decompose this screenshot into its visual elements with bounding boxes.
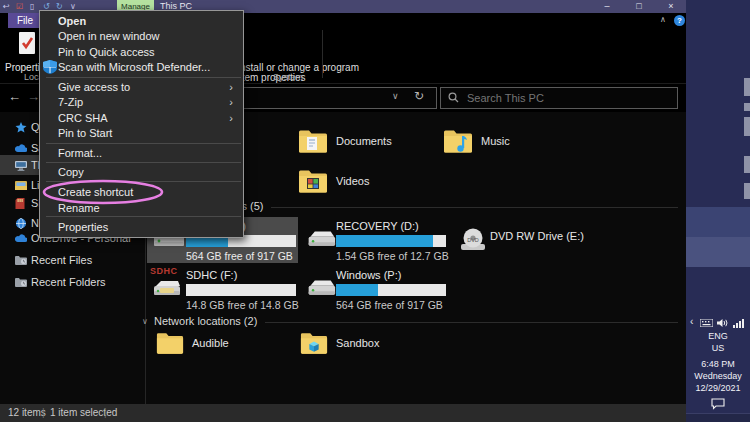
taskbar: ‹ ENG US 6:48 PM Wednesday 12/29/2021 — [686, 0, 750, 422]
folder-label: Sandbox — [336, 337, 379, 349]
volume-icon[interactable] — [717, 318, 728, 328]
drive-name[interactable]: DVD RW Drive (E:) — [490, 230, 584, 242]
sidebar-item-recent-files[interactable]: Recent Files — [0, 250, 145, 270]
qat-explorer-icon[interactable]: ↩ — [3, 1, 10, 12]
action-center-icon[interactable] — [711, 398, 725, 410]
tray-language[interactable]: ENG — [686, 331, 750, 341]
menu-item-properties[interactable]: Properties — [40, 220, 243, 234]
context-menu: Open Open in new window Pin to Quick acc… — [39, 10, 244, 238]
submenu-chevron-icon: › — [229, 80, 233, 94]
onedrive-cloud-icon — [15, 234, 27, 243]
menu-separator — [46, 143, 241, 144]
collapse-ribbon-icon[interactable]: ∧ — [660, 15, 666, 24]
system-group-label: System — [248, 72, 328, 82]
ribbon-group-separator — [322, 30, 323, 78]
status-divider: | — [104, 404, 107, 422]
drive-free-space: 14.8 GB free of 14.8 GB — [186, 299, 299, 311]
clock-time[interactable]: 6:48 PM — [686, 359, 750, 369]
collapse-group-icon[interactable]: ∨ — [142, 317, 154, 326]
qat-new-folder-icon[interactable]: ▯ — [30, 1, 34, 12]
running-indicator — [744, 117, 750, 136]
menu-item-rename[interactable]: Rename — [40, 201, 243, 215]
menu-item-label: Scan with Microsoft Defender... — [58, 61, 210, 73]
network-icon — [15, 218, 27, 229]
sidebar-item-label: Recent Folders — [31, 276, 106, 288]
menu-item-scan-defender[interactable]: Scan with Microsoft Defender... — [40, 60, 243, 74]
show-desktop-button[interactable] — [686, 413, 750, 422]
menu-item-open[interactable]: Open — [40, 14, 243, 28]
running-indicator — [744, 78, 750, 96]
menu-item-format[interactable]: Format... — [40, 146, 243, 160]
capacity-bar — [336, 284, 446, 296]
maximize-button[interactable]: □ — [628, 0, 650, 13]
menu-separator — [46, 162, 241, 163]
menu-item-open-new-window[interactable]: Open in new window — [40, 29, 243, 43]
submenu-chevron-icon: › — [229, 111, 233, 125]
running-indicator — [744, 156, 750, 173]
menu-item-pin-to-start[interactable]: Pin to Start — [40, 126, 243, 140]
sidebar-item-label: Recent Files — [31, 254, 92, 266]
folder-item-music[interactable]: Music — [443, 128, 510, 154]
menu-item-give-access[interactable]: Give access to› — [40, 80, 243, 94]
clock-weekday[interactable]: Wednesday — [686, 371, 750, 381]
address-dropdown-icon[interactable]: ∨ — [392, 91, 399, 101]
drive-name[interactable]: RECOVERY (D:) — [336, 220, 419, 232]
monitor-icon — [15, 160, 27, 171]
minimize-button[interactable]: – — [596, 0, 618, 13]
menu-item-pin-quick-access[interactable]: Pin to Quick access — [40, 45, 243, 59]
svg-text:DVD: DVD — [467, 237, 479, 243]
hard-drive-icon — [306, 228, 336, 251]
network-group-header: ∨ Network locations (2) — [142, 315, 678, 327]
refresh-icon[interactable]: ↻ — [414, 89, 424, 103]
search-box[interactable] — [440, 87, 678, 109]
clock-date[interactable]: 12/29/2021 — [686, 383, 750, 393]
menu-separator — [46, 181, 241, 182]
network-item-sandbox[interactable]: Sandbox — [300, 330, 379, 356]
menu-item-copy[interactable]: Copy — [40, 165, 243, 179]
group-header-label: Network locations (2) — [154, 315, 257, 327]
items-count: 12 items — [8, 404, 46, 422]
drive-free-space: 564 GB free of 917 GB — [186, 250, 293, 262]
defender-shield-icon — [43, 60, 57, 74]
taskbar-explorer-tile[interactable] — [686, 237, 750, 267]
sandbox-folder-icon — [300, 330, 328, 356]
back-icon[interactable]: ← — [8, 89, 21, 104]
folder-item-videos[interactable]: Videos — [298, 168, 369, 194]
drive-name[interactable]: SDHC (F:) — [186, 269, 237, 281]
menu-separator — [46, 216, 241, 217]
libraries-icon — [15, 180, 27, 190]
close-button[interactable]: × — [660, 0, 682, 13]
menu-item-label: Give access to — [58, 81, 130, 93]
tray-hidden-icons-chevron[interactable]: ‹ — [690, 316, 693, 327]
sidebar-item-recent-folders[interactable]: Recent Folders — [0, 272, 145, 292]
drive-free-space: 1.54 GB free of 12.7 GB — [336, 250, 449, 262]
search-input[interactable] — [465, 88, 669, 108]
menu-item-7zip[interactable]: 7-Zip› — [40, 95, 243, 109]
file-menu-button[interactable]: File — [8, 13, 42, 28]
videos-folder-icon — [298, 168, 328, 194]
sd-card-drive-icon — [152, 278, 182, 302]
recent-files-icon — [15, 255, 27, 265]
menu-item-create-shortcut[interactable]: Create shortcut — [40, 185, 243, 199]
documents-folder-icon — [298, 128, 328, 154]
group-header-rule — [271, 207, 678, 208]
capacity-bar — [186, 284, 296, 296]
submenu-chevron-icon: › — [229, 95, 233, 109]
taskbar-mail-tile[interactable] — [686, 207, 750, 237]
qat-properties-icon[interactable]: ☑ — [16, 1, 23, 12]
network-signal-icon[interactable] — [733, 318, 744, 328]
menu-item-crc-sha[interactable]: CRC SHA› — [40, 111, 243, 125]
desktop-screen: ↩ ☑ ▯ ↺ ↻ ∨ Manage This PC – □ × File ∧ … — [0, 0, 750, 422]
touch-keyboard-icon[interactable] — [700, 319, 713, 327]
network-item-audible[interactable]: Audible — [156, 330, 229, 356]
cloud-icon — [15, 144, 27, 153]
tray-language-region[interactable]: US — [686, 343, 750, 353]
help-icon[interactable]: ? — [674, 15, 685, 26]
recent-folders-icon — [15, 277, 27, 287]
running-indicator — [744, 103, 750, 111]
properties-icon — [16, 31, 38, 57]
folder-item-documents[interactable]: Documents — [298, 128, 392, 154]
search-icon — [448, 92, 459, 103]
selection-count: 1 item selected — [50, 404, 117, 422]
drive-name[interactable]: Windows (P:) — [336, 269, 401, 281]
